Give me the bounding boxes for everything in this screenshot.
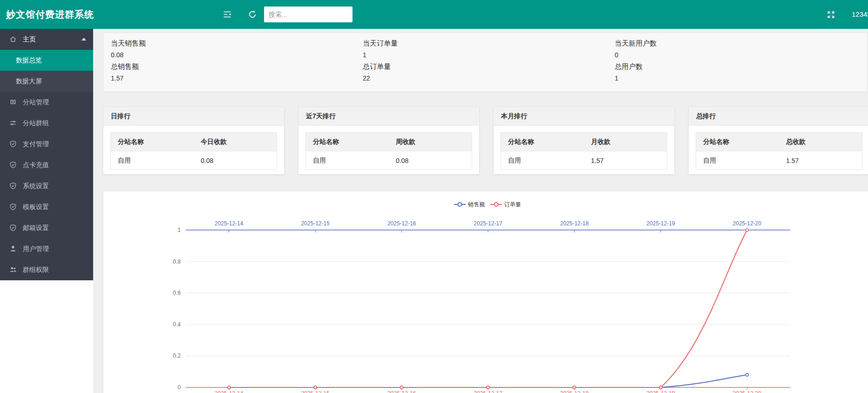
- table-header: 分站名称: [696, 133, 780, 151]
- series-line-销售额: [229, 375, 747, 387]
- sidebar-item-card-recharge[interactable]: 点卡充值: [0, 155, 93, 176]
- data-point: [659, 386, 662, 389]
- collapse-menu-icon[interactable]: [223, 10, 232, 19]
- sidebar-item-label: 数据总览: [16, 56, 42, 64]
- stat-label: 当天订单量: [363, 39, 615, 48]
- stat-value: 0.08: [111, 51, 363, 59]
- stat-cell: 当天销售额0.08: [111, 39, 363, 60]
- sidebar-item-label: 支付管理: [23, 140, 49, 148]
- stat-cell: 总销售额1.57: [111, 62, 363, 83]
- main-content: 当天销售额0.08 当天订单量1 当天新用户数0 总销售额1.57 总订单量22…: [93, 29, 868, 393]
- table-cell: 自用: [501, 151, 584, 170]
- bottom-x-axis-label: 2025-12-15: [301, 390, 330, 393]
- sidebar-item-mail-settings[interactable]: 邮箱设置: [0, 217, 93, 238]
- sidebar-item-group-permissions[interactable]: 群组权限: [0, 259, 93, 280]
- sidebar-item-data-screen[interactable]: 数据大屏: [0, 71, 93, 92]
- data-point: [487, 386, 489, 389]
- ranking-cards-row: 日排行 分站名称今日收款 自用0.08 近7天排行 分站名称周收款 自用0.08…: [103, 107, 868, 175]
- sidebar-item-user-management[interactable]: 用户管理: [0, 238, 93, 259]
- table-row: 自用0.08: [111, 151, 277, 170]
- table-cell: 1.57: [584, 151, 667, 170]
- table-header: 分站名称: [111, 133, 194, 151]
- username[interactable]: 12345: [852, 0, 868, 29]
- page: 妙文馆付费进群系统 12345 主页 数据总览 数据大屏 分站管理: [0, 0, 868, 393]
- sidebar-item-label: 数据大屏: [16, 77, 42, 85]
- stat-value: 0: [615, 51, 867, 59]
- sidebar-item-label: 系统设置: [23, 182, 49, 190]
- users-icon: [9, 261, 17, 268]
- ranking-table: 分站名称今日收款 自用0.08: [110, 132, 277, 170]
- sidebar-item-label: 分站管理: [23, 98, 49, 106]
- top-x-axis-label: 2025-12-15: [301, 220, 330, 227]
- legend-item[interactable]: 订单量: [490, 201, 521, 208]
- legend-item[interactable]: 销售额: [454, 201, 485, 208]
- sidebar-item-site-groups[interactable]: 分站群组: [0, 113, 93, 134]
- sidebar: 主页 数据总览 数据大屏 分站管理 分站群组 支付管理 点卡充值 系统设置: [0, 29, 93, 280]
- y-axis-label: 1: [177, 227, 181, 233]
- data-point: [746, 229, 748, 231]
- table-header: 月收款: [584, 133, 667, 151]
- stat-value: 1: [363, 51, 615, 59]
- stat-cell: 当天新用户数0: [615, 39, 867, 60]
- user-icon: [9, 240, 17, 247]
- table-row: 自用0.08: [306, 151, 472, 170]
- top-x-axis-label: 2025-12-14: [215, 220, 244, 227]
- fullscreen-icon[interactable]: [827, 11, 835, 19]
- sidebar-item-label: 模板设置: [23, 203, 49, 210]
- svg-text:订单量: 订单量: [504, 201, 521, 208]
- shield-check-icon: [9, 156, 17, 163]
- table-header: 今日收款: [194, 133, 277, 151]
- sidebar-item-label: 群组权限: [23, 266, 49, 273]
- svg-text:销售额: 销售额: [468, 201, 485, 208]
- sidebar-item-home[interactable]: 主页: [0, 29, 93, 50]
- chevron-up-icon: [81, 38, 86, 41]
- sidebar-item-template-settings[interactable]: 模板设置: [0, 196, 93, 217]
- card-title: 本月排行: [494, 107, 674, 126]
- search-input[interactable]: [264, 7, 353, 22]
- table-cell: 自用: [111, 151, 194, 170]
- bottom-x-axis-label: 2025-12-20: [733, 390, 762, 393]
- table-header: 总收款: [779, 133, 862, 151]
- table-cell: 自用: [696, 151, 780, 170]
- stat-cell: 总用户数1: [615, 62, 867, 83]
- top-x-axis-label: 2025-12-16: [387, 220, 416, 227]
- sidebar-item-label: 点卡充值: [23, 161, 49, 169]
- sidebar-item-payment-management[interactable]: 支付管理: [0, 134, 93, 155]
- table-header: 分站名称: [306, 133, 389, 151]
- stats-panel: 当天销售额0.08 当天订单量1 当天新用户数0 总销售额1.57 总订单量22…: [103, 33, 868, 92]
- sales-orders-line-chart[interactable]: 00.20.40.60.812025-12-142025-12-142025-1…: [103, 191, 868, 393]
- sliders-icon: [9, 114, 17, 122]
- home-icon: [9, 30, 17, 38]
- stat-label: 总销售额: [111, 62, 363, 71]
- series-line-订单量: [229, 230, 747, 387]
- sidebar-item-site-management[interactable]: 分站管理: [0, 92, 93, 113]
- sidebar-item-data-overview[interactable]: 数据总览: [0, 50, 93, 71]
- table-row: 自用1.57: [696, 151, 862, 170]
- stat-cell: 总订单量22: [363, 62, 615, 83]
- y-axis-label: 0.2: [173, 352, 181, 359]
- y-axis-label: 0.6: [173, 290, 181, 296]
- bottom-x-axis-label: 2025-12-14: [215, 390, 244, 393]
- refresh-icon[interactable]: [248, 10, 257, 19]
- ranking-card-daily: 日排行 分站名称今日收款 自用0.08: [103, 107, 285, 175]
- shield-check-icon: [9, 177, 17, 184]
- ranking-table: 分站名称总收款 自用1.57: [696, 132, 862, 170]
- sidebar-item-label: 主页: [23, 35, 36, 43]
- sidebar-item-label: 邮箱设置: [23, 224, 49, 231]
- sidebar-item-system-settings[interactable]: 系统设置: [0, 176, 93, 196]
- card-title: 近7天排行: [298, 107, 479, 126]
- shield-check-icon: [9, 135, 17, 142]
- y-axis-label: 0.8: [173, 258, 181, 265]
- data-point: [314, 386, 317, 389]
- table-cell: 自用: [306, 151, 389, 170]
- shield-check-icon: [9, 198, 17, 205]
- stat-value: 22: [363, 75, 615, 82]
- ranking-table: 分站名称月收款 自用1.57: [501, 132, 667, 170]
- y-axis-label: 0.4: [173, 321, 181, 328]
- bottom-x-axis-label: 2025-12-18: [560, 390, 589, 393]
- ranking-card-7days: 近7天排行 分站名称周收款 自用0.08: [298, 107, 480, 175]
- stat-value: 1.57: [111, 75, 363, 82]
- stat-label: 当天销售额: [111, 39, 363, 48]
- stat-value: 1: [615, 75, 867, 82]
- ranking-table: 分站名称周收款 自用0.08: [305, 132, 472, 170]
